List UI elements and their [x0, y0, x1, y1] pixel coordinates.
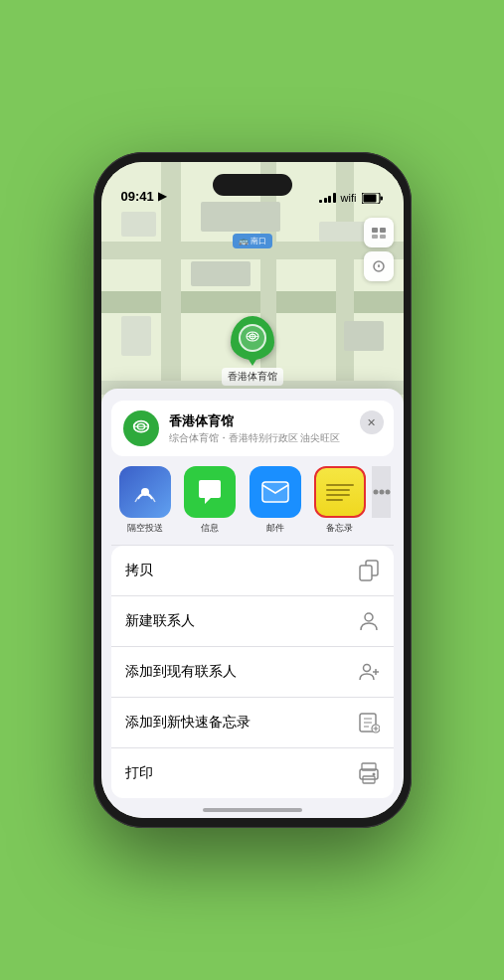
- new-contact-action-row[interactable]: 新建联系人: [111, 596, 394, 647]
- map-street-label: 🚌 南口: [233, 234, 272, 248]
- location-card: 香港体育馆 综合体育馆・香港特别行政区 油尖旺区 ✕: [111, 401, 394, 456]
- print-action-row[interactable]: 打印: [111, 748, 394, 798]
- print-icon: [358, 762, 380, 784]
- dynamic-island: [213, 174, 292, 196]
- action-rows: 拷贝 新建联系人 添加到现有联系人: [111, 546, 394, 798]
- more-dots-icon: [372, 480, 391, 504]
- stadium-marker: 香港体育馆: [222, 316, 283, 386]
- notes-icon-item[interactable]: 备忘录: [307, 466, 372, 535]
- add-existing-action-row[interactable]: 添加到现有联系人: [111, 647, 394, 698]
- person-add-icon: [358, 661, 380, 683]
- messages-icon-item[interactable]: 信息: [178, 466, 243, 535]
- stadium-icon: [244, 329, 261, 347]
- add-notes-action-row[interactable]: 添加到新快速备忘录: [111, 698, 394, 748]
- airdrop-icon-item[interactable]: 隔空投送: [113, 466, 178, 535]
- notes-icon: [314, 466, 366, 518]
- close-button[interactable]: ✕: [360, 410, 384, 434]
- svg-rect-17: [262, 482, 288, 502]
- messages-icon: [184, 466, 236, 518]
- location-venue-icon: [123, 410, 159, 446]
- svg-rect-9: [372, 235, 378, 239]
- add-existing-label: 添加到现有联系人: [125, 663, 237, 681]
- svg-rect-1: [363, 194, 376, 202]
- app-icons-row: 隔空投送 信息: [101, 456, 404, 545]
- svg-point-19: [373, 490, 378, 495]
- signal-bars-icon: [319, 193, 336, 203]
- print-label: 打印: [125, 764, 153, 782]
- status-icons: wifi: [319, 192, 383, 204]
- svg-point-12: [378, 265, 380, 267]
- svg-point-21: [385, 490, 390, 495]
- svg-rect-7: [372, 228, 378, 233]
- copy-action-row[interactable]: 拷贝: [111, 546, 394, 596]
- airdrop-label: 隔空投送: [127, 522, 163, 535]
- messages-label: 信息: [201, 522, 219, 535]
- more-icon: [372, 466, 391, 518]
- svg-point-24: [365, 613, 373, 621]
- location-info: 香港体育馆 综合体育馆・香港特别行政区 油尖旺区: [169, 412, 382, 445]
- copy-icon: [358, 560, 380, 581]
- new-contact-label: 新建联系人: [125, 612, 195, 630]
- copy-label: 拷贝: [125, 562, 153, 579]
- svg-rect-8: [380, 228, 386, 233]
- svg-point-20: [379, 490, 384, 495]
- mail-icon-item[interactable]: 邮件: [243, 466, 307, 535]
- quick-note-icon: [358, 712, 380, 734]
- compass-icon: [372, 259, 386, 273]
- messages-bubble-icon: [195, 478, 225, 506]
- status-time: 09:41: [121, 189, 154, 204]
- svg-rect-10: [380, 235, 386, 239]
- phone-screen: 09:41 ▶ wifi: [101, 162, 404, 818]
- notes-lines-icon: [326, 484, 354, 501]
- airdrop-icon: [119, 466, 171, 518]
- stadium-pin: [231, 316, 274, 360]
- map-controls: [364, 218, 394, 281]
- svg-rect-23: [360, 566, 372, 580]
- notes-label: 备忘录: [326, 522, 353, 535]
- stadium-label: 香港体育馆: [222, 368, 283, 386]
- home-indicator: [203, 808, 302, 812]
- mail-envelope-icon: [260, 480, 290, 504]
- map-type-button[interactable]: [364, 218, 394, 247]
- svg-rect-2: [380, 196, 383, 200]
- map-type-icon: [371, 225, 387, 241]
- add-notes-label: 添加到新快速备忘录: [125, 714, 251, 732]
- venue-stadium-icon: [130, 417, 152, 439]
- airdrop-wifi-icon: [131, 478, 159, 506]
- location-description: 综合体育馆・香港特别行政区 油尖旺区: [169, 431, 382, 445]
- more-icon-item[interactable]: [372, 466, 391, 535]
- person-icon: [358, 610, 380, 632]
- location-name: 香港体育馆: [169, 412, 382, 430]
- svg-point-25: [363, 665, 370, 672]
- location-arrow-icon: ▶: [158, 190, 166, 203]
- mail-icon: [250, 466, 301, 518]
- battery-icon: [362, 193, 384, 204]
- phone-frame: 09:41 ▶ wifi: [93, 152, 412, 828]
- svg-point-38: [372, 773, 375, 776]
- location-button[interactable]: [364, 251, 394, 281]
- share-sheet: 香港体育馆 综合体育馆・香港特别行政区 油尖旺区 ✕: [101, 389, 404, 818]
- wifi-icon: wifi: [341, 192, 357, 204]
- mail-label: 邮件: [266, 522, 284, 535]
